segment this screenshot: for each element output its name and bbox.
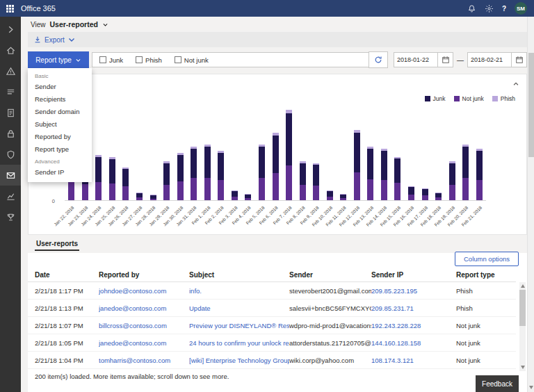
checkbox-box[interactable] — [175, 56, 181, 63]
cell-reported-by[interactable]: janedoe@contoso.com — [99, 339, 189, 347]
app-launcher-icon[interactable] — [0, 0, 19, 17]
chart-bar[interactable] — [408, 186, 414, 200]
checkbox-box[interactable] — [136, 56, 143, 63]
report-type-button[interactable]: Report type — [28, 51, 89, 68]
cell-reported-by[interactable]: tomharris@contoso.com — [99, 357, 189, 364]
cell-sender-ip[interactable]: 192.243.228.228 — [371, 322, 456, 329]
dropdown-item-report-type[interactable]: Report type — [28, 143, 92, 156]
chart-bar[interactable] — [476, 149, 483, 200]
filter-checkbox-phish[interactable]: Phish — [136, 56, 162, 64]
cell-subject[interactable]: 24 hours to confirm your unlock requ... — [189, 339, 289, 347]
column-header-date[interactable]: Date — [35, 271, 99, 279]
date-from-input[interactable]: 2018-01-22 — [394, 52, 438, 67]
dropdown-item-recipients[interactable]: Recipients — [28, 93, 92, 106]
chart-bar[interactable] — [218, 151, 224, 200]
chart-bar[interactable] — [313, 163, 319, 200]
filter-checkbox-junk[interactable]: Junk — [99, 56, 123, 64]
filter-checkbox-not-junk[interactable]: Not junk — [175, 56, 209, 64]
expand-chevron-icon[interactable] — [0, 19, 21, 40]
refresh-button[interactable] — [369, 51, 388, 68]
chart-bar[interactable] — [109, 157, 115, 200]
export-button[interactable]: Export — [33, 35, 76, 44]
cell-reported-by[interactable]: janedoe@contoso.com — [99, 304, 189, 312]
chart-bar[interactable] — [136, 193, 143, 200]
home-icon[interactable] — [0, 40, 21, 60]
list-icon[interactable] — [0, 81, 21, 102]
chart-bar[interactable] — [163, 161, 170, 200]
table-row[interactable]: 2/21/18 1:04 PMtomharris@contoso.com[wik… — [28, 352, 516, 369]
checkbox-box[interactable] — [99, 56, 106, 63]
lock-icon[interactable] — [0, 123, 21, 144]
chart-bar[interactable] — [232, 190, 238, 200]
chart-bar[interactable] — [273, 133, 279, 200]
cell-subject[interactable]: Preview your DISNEYLAND® Resort p... — [189, 322, 289, 329]
page-scrollbar[interactable] — [527, 17, 534, 392]
report-document-icon[interactable] — [0, 102, 21, 123]
bell-icon[interactable] — [467, 4, 476, 13]
chart-bar[interactable] — [95, 155, 102, 200]
scroll-up-arrow[interactable] — [521, 284, 525, 288]
cell-reported-by[interactable]: johndoe@contoso.com — [99, 287, 189, 295]
view-selector[interactable]: View User-reported — [31, 20, 108, 28]
chart-bar[interactable] — [340, 194, 346, 200]
dropdown-item-subject[interactable]: Subject — [28, 118, 92, 131]
help-icon[interactable]: ? — [502, 5, 506, 13]
column-header-sender[interactable]: Sender — [289, 271, 371, 279]
column-header-subject[interactable]: Subject — [189, 271, 289, 279]
column-header-report-type[interactable]: Report type — [456, 271, 516, 279]
line-chart-icon[interactable] — [0, 186, 21, 206]
table-row[interactable]: 2/21/18 1:17 PMjohndoe@contoso.cominfo.s… — [28, 282, 516, 300]
table-row[interactable]: 2/21/18 1:13 PMjanedoe@contoso.comUpdate… — [28, 300, 516, 317]
scrollbar-thumb[interactable] — [528, 53, 534, 157]
column-header-reported-by[interactable]: Reported by — [99, 271, 189, 279]
chart-bar[interactable] — [422, 188, 428, 200]
table-row[interactable]: 2/21/18 1:05 PMjanedoe@contoso.com24 hou… — [28, 334, 516, 352]
dropdown-item-sender[interactable]: Sender — [28, 81, 92, 93]
chart-bar[interactable] — [394, 157, 400, 200]
column-options-button[interactable]: Column options — [455, 252, 519, 266]
shield-icon[interactable] — [0, 144, 21, 165]
cell-subject[interactable]: [wiki] Enterprise Technology Group ... — [189, 357, 289, 364]
cell-sender-ip[interactable]: 108.174.3.121 — [371, 357, 456, 364]
trophy-icon[interactable] — [0, 206, 21, 227]
cell-subject[interactable]: Update — [189, 304, 289, 312]
cell-sender-ip[interactable]: 144.160.128.158 — [371, 339, 456, 347]
cell-reported-by[interactable]: billcross@contoso.com — [99, 322, 189, 329]
tab-user-reports[interactable]: User-reports — [35, 236, 79, 251]
alerts-icon[interactable] — [0, 60, 21, 81]
scroll-down-arrow[interactable] — [529, 386, 533, 389]
column-header-sender-ip[interactable]: Sender IP — [371, 271, 456, 279]
calendar-icon[interactable] — [512, 52, 527, 67]
scrollbar-thumb[interactable] — [519, 290, 526, 326]
chart-bar[interactable] — [449, 161, 455, 200]
chart-bar[interactable] — [286, 110, 292, 200]
chart-bar[interactable] — [462, 145, 469, 200]
chart-bar[interactable] — [354, 130, 360, 200]
collapse-chevron-icon[interactable] — [512, 78, 519, 90]
dropdown-item-sender-domain[interactable]: Sender domain — [28, 106, 92, 118]
feedback-button[interactable]: Feedback — [476, 375, 519, 392]
cell-sender-ip[interactable]: 209.85.223.195 — [371, 287, 456, 295]
date-to-input[interactable]: 2018-02-21 — [467, 52, 512, 67]
dropdown-item-reported-by[interactable]: Reported by — [28, 131, 92, 143]
chart-bar[interactable] — [381, 149, 387, 200]
calendar-icon[interactable] — [438, 52, 453, 67]
chart-bar[interactable] — [150, 195, 156, 200]
chart-bar[interactable] — [367, 147, 373, 200]
chart-bar[interactable] — [245, 194, 251, 200]
chart-bar[interactable] — [204, 145, 211, 200]
table-scrollbar[interactable] — [519, 282, 526, 371]
chart-bar[interactable] — [327, 190, 333, 200]
scroll-down-arrow[interactable] — [521, 366, 525, 369]
dropdown-item-sender-ip[interactable]: Sender IP — [28, 166, 92, 179]
avatar[interactable]: SM — [515, 2, 527, 15]
cell-sender-ip[interactable]: 209.85.231.71 — [371, 304, 456, 312]
chart-bar[interactable] — [177, 153, 184, 200]
table-row[interactable]: 2/21/18 1:07 PMbillcross@contoso.comPrev… — [28, 317, 516, 334]
chart-bar[interactable] — [259, 145, 265, 200]
cell-subject[interactable]: info. — [189, 287, 289, 295]
mail-icon[interactable] — [0, 165, 21, 186]
gear-icon[interactable] — [485, 4, 494, 13]
chart-bar[interactable] — [122, 168, 129, 200]
chart-bar[interactable] — [300, 161, 306, 200]
